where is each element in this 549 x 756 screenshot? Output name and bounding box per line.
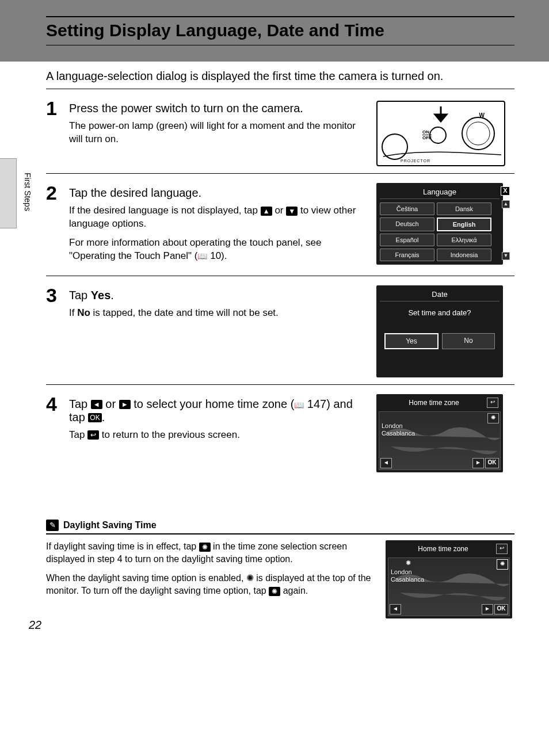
city-label: Casablanca [382, 430, 415, 437]
lang-option[interactable]: Dansk [437, 203, 491, 215]
step-1: 1 Press the power switch to turn on the … [46, 89, 514, 174]
step-2: 2 Tap the desired language. If the desir… [46, 174, 514, 276]
city-label: Casablanca [391, 576, 424, 583]
lang-option[interactable]: Français [380, 249, 434, 261]
note-daylight-saving: ✎ Daylight Saving Time If daylight savin… [46, 520, 514, 618]
step1-title: Press the power switch to turn on the ca… [69, 102, 369, 115]
back-icon[interactable]: ↩ [496, 544, 508, 554]
world-map: ✺ London Casablanca ✺ ◄ ► OK [388, 558, 510, 616]
scroll-down-icon[interactable]: ▼ [502, 252, 510, 260]
step2-text1: If the desired language is not displayed… [69, 204, 369, 231]
back-icon: ↩ [87, 430, 99, 440]
lang-option-selected[interactable]: English [437, 217, 491, 231]
step2-text2: For more information about operating the… [69, 236, 369, 263]
screen-title: Home time zone [381, 399, 487, 407]
back-icon[interactable]: ↩ [487, 398, 498, 408]
step4-text: Tap ↩ to return to the previous screen. [69, 429, 369, 442]
note-icon: ✎ [46, 520, 59, 531]
down-arrow-icon: ▼ [286, 207, 298, 216]
svg-point-1 [467, 122, 490, 145]
step-3: 3 Tap Yes. If No is tapped, the date and… [46, 276, 514, 385]
step-number: 4 [46, 394, 69, 414]
projector-label: PROJECTOR [401, 159, 430, 163]
right-arrow-icon: ► [119, 400, 131, 409]
close-icon[interactable]: X [501, 186, 510, 196]
dst-icon[interactable]: ✺ [487, 413, 499, 423]
city-label: London [391, 568, 412, 575]
note-title: Daylight Saving Time [63, 520, 157, 530]
step-number: 3 [46, 285, 69, 305]
screen-title: Home time zone [390, 545, 496, 553]
dst-icon: ✺ [199, 543, 211, 552]
svg-point-3 [430, 127, 446, 143]
step-number: 1 [46, 98, 69, 118]
off-label: OFF [422, 135, 432, 140]
note-p2: When the daylight saving time option is … [46, 572, 376, 598]
lang-option[interactable]: Español [380, 234, 434, 246]
next-zone-icon[interactable]: ► [472, 458, 484, 468]
timezone-screen-dst: Home time zone ↩ ✺ London Casablanca ✺ ◄… [386, 540, 512, 618]
world-map: London Casablanca ✺ ◄ ► OK [379, 411, 501, 470]
step3-title: Tap Yes. [69, 289, 369, 302]
intro-text: A language-selection dialog is displayed… [46, 70, 514, 83]
prev-zone-icon[interactable]: ◄ [380, 458, 392, 468]
chapter-tab [0, 158, 17, 228]
date-screen: Date Set time and date? Yes No [376, 285, 503, 377]
no-button[interactable]: No [442, 333, 495, 349]
dst-icon: ✺ [269, 587, 280, 596]
prev-zone-icon[interactable]: ◄ [390, 604, 401, 614]
next-zone-icon[interactable]: ► [482, 604, 493, 614]
camera-illustration: ON OFF W PROJECTOR [376, 101, 505, 166]
lang-option[interactable]: Čeština [380, 203, 434, 215]
ok-icon: OK [88, 413, 101, 422]
screen-title: Date [380, 290, 500, 301]
chapter-label: First Steps [23, 173, 32, 211]
city-label: London [382, 422, 403, 429]
step-number: 2 [46, 183, 69, 203]
step2-title: Tap the desired language. [69, 186, 369, 200]
book-icon [197, 250, 207, 261]
step1-text: The power-on lamp (green) will light for… [69, 120, 369, 146]
dst-indicator-icon: ✺ [246, 573, 254, 583]
lang-option[interactable]: Ελληνικά [437, 234, 491, 246]
scroll-up-icon[interactable]: ▲ [502, 200, 510, 208]
dst-icon[interactable]: ✺ [497, 559, 508, 570]
step3-text: If No is tapped, the date and time will … [69, 307, 369, 320]
ok-button[interactable]: OK [494, 604, 508, 614]
lang-option[interactable]: Indonesia [437, 249, 491, 261]
language-screen: X ▲ ▼ Language Čeština Dansk Deutsch Eng… [376, 183, 503, 265]
yes-button[interactable]: Yes [384, 333, 439, 349]
lang-option[interactable]: Deutsch [380, 217, 434, 231]
dst-indicator-icon: ✺ [406, 559, 411, 567]
book-icon [294, 398, 304, 410]
on-label: ON [422, 129, 429, 135]
date-prompt: Set time and date? [380, 308, 500, 317]
step4-title: Tap ◄ or ► to select your home time zone… [69, 398, 369, 424]
note-p1: If daylight saving time is in effect, ta… [46, 540, 376, 566]
left-arrow-icon: ◄ [91, 400, 102, 409]
page-title: Setting Display Language, Date and Time [46, 21, 514, 40]
page-number: 22 [29, 618, 41, 632]
ok-button[interactable]: OK [485, 458, 499, 468]
timezone-screen: Home time zone ↩ London Casablanca ✺ ◄ ►… [376, 394, 503, 472]
w-label: W [479, 112, 485, 119]
up-arrow-icon: ▲ [261, 207, 272, 216]
step-4: 4 Tap ◄ or ► to select your home time zo… [46, 385, 514, 479]
screen-title: Language [380, 188, 500, 199]
